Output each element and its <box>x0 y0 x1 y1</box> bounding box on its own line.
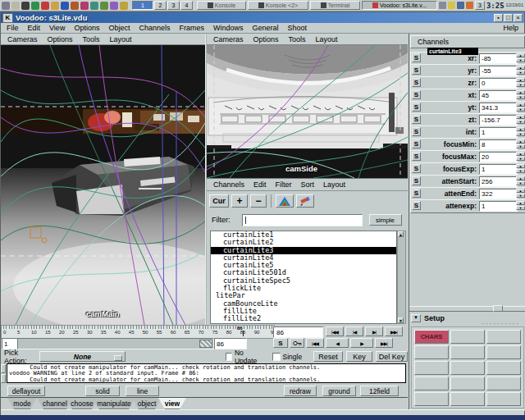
key-button[interactable]: Key <box>346 351 372 362</box>
cl-menu-channels[interactable]: Channels <box>213 180 244 189</box>
s-toggle-button[interactable]: S <box>412 103 421 112</box>
setup-button-empty[interactable] <box>486 377 521 390</box>
spinner-down-icon[interactable]: ▼ <box>516 132 525 136</box>
transport-button[interactable]: |◀◀ <box>306 338 324 348</box>
setup-button-empty[interactable] <box>414 377 449 390</box>
cl-menu-sort[interactable]: Sort <box>301 180 315 189</box>
console-grip-handle[interactable] <box>1 364 6 373</box>
setup-button-chars[interactable]: CHARS <box>414 330 449 344</box>
spinner-up-icon[interactable]: ▲ <box>516 66 525 70</box>
spinner-up-icon[interactable]: ▲ <box>516 103 525 107</box>
spinner-down-icon[interactable]: ▼ <box>516 71 525 75</box>
pager-button-2[interactable]: 2 <box>154 1 167 10</box>
scroll-up-icon[interactable]: ▲ <box>398 231 404 237</box>
task-button[interactable]: Voodoo: s3Lite.v... <box>362 1 437 10</box>
del-key-button[interactable]: Del Key <box>376 351 408 362</box>
spinner-up-icon[interactable]: ▲ <box>516 127 525 131</box>
spinner-down-icon[interactable]: ▼ <box>516 120 525 124</box>
setup-button-empty[interactable] <box>486 392 521 406</box>
splitter-grip[interactable] <box>493 305 503 312</box>
spinner-down-icon[interactable]: ▼ <box>516 181 525 185</box>
collapse-triangle-icon[interactable]: ▼ <box>411 314 421 322</box>
k-menu-icon[interactable] <box>2 2 10 10</box>
tab-mode[interactable]: mode <box>7 398 37 409</box>
gear-icon[interactable] <box>439 2 446 9</box>
remove-channel-button[interactable]: − <box>250 194 267 208</box>
cl-menu-filter[interactable]: Filter <box>276 180 292 189</box>
filter-input[interactable] <box>242 214 363 226</box>
setup-button-empty[interactable] <box>486 330 521 344</box>
frame-ruler[interactable]: 05101520253035404550556065707580859096 8… <box>1 325 275 339</box>
vp-menu-layout[interactable]: Layout <box>316 35 338 43</box>
vp-menu-cameras[interactable]: Cameras <box>213 35 244 43</box>
spinner-up-icon[interactable]: ▲ <box>516 78 525 82</box>
s-toggle-button[interactable]: S <box>412 53 421 62</box>
setup-button-empty[interactable] <box>486 345 521 359</box>
vp-menu-tools[interactable]: Tools <box>289 35 306 43</box>
spinner-up-icon[interactable]: ▲ <box>516 189 525 193</box>
setup-button-empty[interactable] <box>450 377 485 390</box>
menu-options[interactable]: Options <box>74 24 99 32</box>
key-icon[interactable] <box>290 338 304 348</box>
setup-button-empty[interactable] <box>450 330 485 344</box>
vp-menu-layout[interactable]: Layout <box>110 35 132 43</box>
spinner-up-icon[interactable]: ▲ <box>516 115 525 119</box>
media-icon[interactable] <box>100 2 108 10</box>
channel-value-field[interactable]: 8 <box>479 139 518 150</box>
transport-button[interactable]: ▶▶| <box>375 338 393 348</box>
s-toggle-button[interactable]: S <box>412 66 421 75</box>
pager-button-1[interactable]: 1 <box>132 1 153 10</box>
cl-menu-layout[interactable]: Layout <box>323 180 345 189</box>
home-icon[interactable] <box>51 2 59 10</box>
channel-value-field[interactable]: -85 <box>479 53 518 64</box>
menu-help[interactable]: Help <box>503 24 518 32</box>
s-toggle-button[interactable]: S <box>412 115 421 124</box>
s-toggle-button[interactable]: S <box>412 176 421 185</box>
console-grip-handle[interactable] <box>1 374 6 383</box>
channel-name-list[interactable]: curtainLite1curtainLite2curtainLite3curt… <box>210 231 397 324</box>
spinner-up-icon[interactable]: ▲ <box>516 139 525 144</box>
channels-header[interactable]: Channels <box>410 35 525 48</box>
12field-button[interactable]: 12field <box>360 386 399 396</box>
menu-shoot[interactable]: Shoot <box>288 24 308 32</box>
phoenix-icon[interactable] <box>71 2 79 10</box>
menu-frames[interactable]: Frames <box>179 24 204 32</box>
s-toggle-button[interactable]: S <box>412 189 421 198</box>
channel-value-field[interactable]: 1 <box>479 201 518 212</box>
menu-channels[interactable]: Channels <box>139 24 170 32</box>
setup-grip-dots[interactable]: ·········· <box>482 322 520 326</box>
alert-icon[interactable] <box>466 2 473 9</box>
vp-menu-tools[interactable]: Tools <box>83 35 100 43</box>
menu-edit[interactable]: Edit <box>28 24 41 32</box>
vp-menu-options[interactable]: Options <box>253 35 279 43</box>
simple-button[interactable]: simple <box>369 214 402 226</box>
checkbox-icon[interactable] <box>226 353 232 361</box>
wrench-icon[interactable] <box>11 2 20 10</box>
cl-menu-edit[interactable]: Edit <box>253 180 267 189</box>
vp-menu-cameras[interactable]: Cameras <box>7 35 38 43</box>
transport-button[interactable]: |◀ <box>345 326 363 336</box>
list-scrollbar[interactable]: ▲ ▼ <box>397 231 406 324</box>
add-channel-button[interactable]: + <box>231 194 248 208</box>
channel-value-field[interactable]: 341.3 <box>479 103 518 113</box>
menu-file[interactable]: File <box>7 24 19 32</box>
spinner-down-icon[interactable]: ▼ <box>516 206 525 210</box>
lock-icon[interactable] <box>448 2 455 9</box>
s-toggle-button[interactable]: S <box>412 152 421 161</box>
minimize-button[interactable]: ▪ <box>494 14 503 22</box>
console-output[interactable]: Could not create manipulator for camMain… <box>7 363 406 383</box>
setup-button-empty[interactable] <box>450 392 485 406</box>
spinner-down-icon[interactable]: ▼ <box>516 157 525 161</box>
s-toggle-button[interactable]: S <box>412 78 421 87</box>
channel-value-field[interactable]: -55 <box>479 66 518 76</box>
tab-choose[interactable]: choose <box>66 398 98 409</box>
vp-menu-options[interactable]: Options <box>48 35 73 43</box>
spinner-down-icon[interactable]: ▼ <box>516 144 525 148</box>
channel-value-field[interactable]: 20 <box>479 152 518 162</box>
cam-main-scene[interactable] <box>1 45 205 325</box>
task-button[interactable]: Terminal <box>310 1 360 10</box>
s-button[interactable]: S <box>273 338 288 348</box>
close-button[interactable]: × <box>514 14 523 22</box>
redraw-button[interactable]: redraw <box>284 386 317 396</box>
globe-red-icon[interactable] <box>41 2 49 10</box>
